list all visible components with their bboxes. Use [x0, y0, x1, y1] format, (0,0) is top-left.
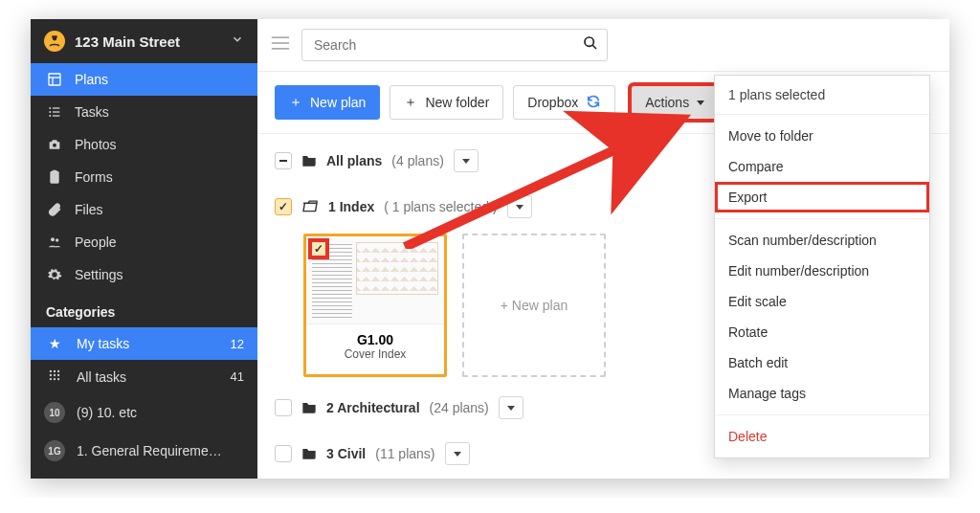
category-label: All tasks — [77, 369, 126, 385]
folder-dropdown[interactable] — [507, 195, 532, 218]
search-icon — [583, 35, 598, 55]
button-label: New folder — [425, 95, 489, 110]
folder-icon — [301, 153, 317, 169]
gear-icon — [46, 267, 63, 282]
search-field — [301, 29, 608, 61]
blueprint-icon — [46, 72, 63, 87]
menu-item-move-to-folder[interactable]: Move to folder — [715, 121, 929, 151]
checkbox-indeterminate[interactable] — [275, 152, 292, 169]
sidebar-item-forms[interactable]: Forms — [31, 161, 257, 193]
checkbox-empty[interactable] — [275, 399, 292, 416]
project-switcher[interactable]: 123 Main Street — [31, 19, 257, 63]
category-count: 41 — [231, 369, 244, 384]
chevron-down-icon — [231, 33, 244, 50]
menu-item-manage-tags[interactable]: Manage tags — [715, 378, 929, 409]
plan-card-meta: G1.00 Cover Index — [306, 324, 444, 370]
new-plan-button[interactable]: ＋ New plan — [275, 85, 380, 120]
menu-item-scan-number[interactable]: Scan number/description — [715, 225, 929, 256]
sidebar: 123 Main Street Plans Tasks — [31, 19, 257, 479]
sidebar-item-label: Forms — [75, 169, 113, 185]
menu-item-export[interactable]: Export — [715, 182, 929, 212]
sidebar-item-settings[interactable]: Settings — [31, 258, 257, 291]
new-plan-card[interactable]: + New plan — [462, 234, 606, 377]
category-general-req[interactable]: 1G 1. General Requireme… — [31, 432, 257, 470]
caret-down-icon — [697, 100, 704, 105]
plan-card[interactable]: ✓ G1.00 Cover Index — [303, 234, 447, 377]
paperclip-icon — [46, 202, 63, 217]
category-my-tasks[interactable]: ★ My tasks 12 — [31, 327, 257, 360]
svg-point-19 — [50, 374, 52, 376]
clipboard-icon — [46, 169, 63, 185]
svg-point-22 — [50, 378, 52, 380]
svg-point-5 — [49, 107, 51, 109]
folder-dropdown[interactable] — [445, 442, 470, 465]
search-input[interactable] — [301, 29, 608, 61]
menu-item-rotate[interactable]: Rotate — [715, 317, 929, 347]
menu-item-edit-scale[interactable]: Edit scale — [715, 286, 929, 317]
folder-dropdown[interactable] — [499, 396, 523, 419]
svg-rect-13 — [53, 170, 56, 173]
actions-menu-header: 1 plans selected — [715, 76, 929, 114]
svg-point-23 — [54, 378, 56, 380]
actions-button[interactable]: Actions — [631, 85, 719, 120]
app-logo-icon — [44, 31, 65, 52]
sidebar-item-photos[interactable]: Photos — [31, 128, 257, 161]
svg-point-16 — [50, 370, 52, 372]
svg-rect-10 — [53, 115, 59, 116]
plan-number: G1.00 — [310, 332, 440, 347]
svg-rect-8 — [53, 111, 59, 112]
project-title: 123 Main Street — [75, 33, 221, 50]
sidebar-item-files[interactable]: Files — [31, 193, 257, 226]
svg-rect-2 — [49, 74, 60, 85]
plan-title: Cover Index — [310, 347, 440, 361]
menu-item-delete[interactable]: Delete — [715, 421, 929, 452]
checkbox-checked[interactable] — [275, 198, 292, 215]
folder-subtext: (24 plans) — [430, 400, 489, 415]
grid-icon — [44, 368, 65, 385]
sidebar-item-people[interactable]: People — [31, 226, 257, 258]
new-folder-button[interactable]: ＋ New folder — [390, 85, 503, 120]
folder-open-icon — [301, 199, 319, 215]
plan-card-checkbox[interactable]: ✓ — [308, 238, 329, 259]
svg-point-15 — [56, 238, 58, 241]
folder-subtext: (4 plans) — [391, 153, 443, 168]
svg-point-18 — [57, 370, 59, 372]
menu-item-compare[interactable]: Compare — [715, 151, 929, 182]
topbar — [257, 19, 949, 72]
folder-name: All plans — [326, 153, 382, 168]
folder-icon — [301, 446, 317, 462]
hamburger-icon[interactable] — [271, 35, 290, 55]
category-10-etc[interactable]: 10 (9) 10. etc — [31, 393, 257, 432]
svg-point-21 — [57, 374, 59, 376]
svg-line-29 — [592, 45, 596, 49]
sidebar-item-label: Tasks — [75, 104, 109, 120]
menu-item-edit-number[interactable]: Edit number/description — [715, 256, 929, 286]
folder-dropdown[interactable] — [454, 149, 479, 172]
folder-subtext: ( 1 plans selected ) — [384, 199, 497, 214]
category-pill: 1G — [44, 440, 65, 461]
category-all-tasks[interactable]: All tasks 41 — [31, 360, 257, 393]
svg-point-24 — [57, 378, 59, 380]
star-icon: ★ — [44, 336, 65, 351]
button-label: Dropbox — [527, 95, 578, 110]
category-label: 1. General Requireme… — [77, 443, 222, 458]
folder-name: 3 Civil — [326, 446, 366, 461]
checkbox-empty[interactable] — [275, 445, 292, 462]
sidebar-item-plans[interactable]: Plans — [31, 63, 257, 96]
button-label: Actions — [645, 95, 689, 110]
category-label: (9) 10. etc — [77, 405, 137, 420]
category-count: 12 — [231, 337, 244, 351]
dropbox-button[interactable]: Dropbox — [513, 85, 615, 120]
svg-point-7 — [49, 111, 51, 113]
sidebar-item-tasks[interactable]: Tasks — [31, 96, 257, 128]
category-label: My tasks — [77, 336, 129, 351]
folder-subtext: (11 plans) — [375, 446, 434, 461]
svg-point-9 — [49, 115, 51, 117]
people-icon — [46, 234, 63, 250]
sidebar-item-label: Files — [75, 202, 103, 217]
folder-name: 1 Index — [328, 199, 374, 214]
sidebar-item-label: Plans — [75, 72, 108, 87]
sidebar-nav: Plans Tasks Photos Forms — [31, 63, 257, 291]
sidebar-item-label: People — [75, 234, 117, 250]
menu-item-batch-edit[interactable]: Batch edit — [715, 347, 929, 378]
